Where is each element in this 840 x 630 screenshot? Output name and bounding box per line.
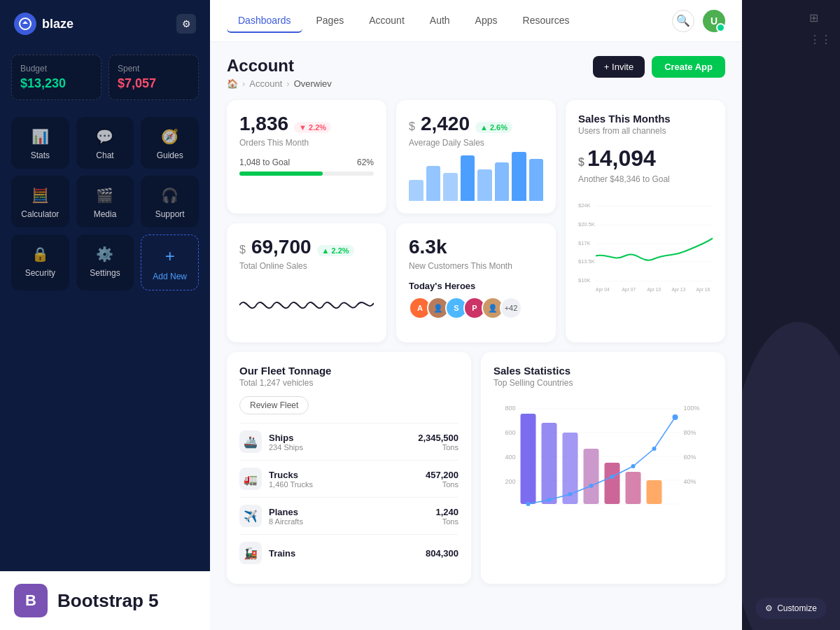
orders-number: 1,836 ▼ 2.2% <box>239 113 374 135</box>
svg-text:Apr 10: Apr 10 <box>648 287 662 293</box>
spent-value: $7,057 <box>118 76 190 91</box>
sidebar-item-guides[interactable]: 🧭 Guides <box>141 117 199 169</box>
online-sales-card: $ 69,700 ▲ 2.2% Total Online Sales <box>227 223 386 342</box>
fleet-count: 1,460 Trucks <box>269 480 313 489</box>
orders-label: Orders This Month <box>239 138 374 148</box>
trucks-icon: 🚛 <box>239 468 262 490</box>
sidebar: blaze ⚙ Budget $13,230 Spent $7,057 📊 St… <box>0 0 210 630</box>
orders-card: 1,836 ▼ 2.2% Orders This Month 1,048 to … <box>227 100 386 214</box>
home-icon: 🏠 <box>227 78 238 89</box>
sidebar-item-chat[interactable]: 💬 Chat <box>76 117 134 169</box>
breadcrumb-account[interactable]: Account <box>249 78 282 89</box>
svg-text:$10K: $10K <box>578 277 591 284</box>
page-header-left: Account 🏠 › Account › Overwiev <box>227 56 332 89</box>
media-icon: 🎬 <box>96 187 113 204</box>
fleet-title: Our Fleet Tonnage <box>239 365 458 377</box>
create-app-button[interactable]: Create App <box>652 56 725 78</box>
svg-point-41 <box>631 464 636 468</box>
trains-icon: 🚂 <box>239 542 262 564</box>
fleet-name: Planes <box>269 507 303 517</box>
svg-text:80%: 80% <box>684 429 696 436</box>
fleet-row: 🚢 Ships 234 Ships 2,345,500 Tons <box>239 423 458 460</box>
fleet-unit: Tons <box>418 443 458 451</box>
sidebar-item-label: Media <box>94 209 117 219</box>
sales-goal-text: Another $48,346 to Goal <box>578 174 713 184</box>
bar <box>426 166 441 201</box>
sidebar-item-calculator[interactable]: 🧮 Calculator <box>11 176 69 227</box>
sales-title: Sales This Months <box>578 113 713 125</box>
fleet-row: 🚛 Trucks 1,460 Trucks 457,200 Tons <box>239 460 458 497</box>
search-button[interactable]: 🔍 <box>672 10 694 32</box>
rp-icon-1[interactable]: ⊞ <box>809 11 832 24</box>
svg-text:Apr 13: Apr 13 <box>672 287 686 293</box>
svg-text:$17K: $17K <box>578 240 591 246</box>
user-avatar[interactable]: U <box>703 10 725 32</box>
mini-bar-chart <box>409 159 543 201</box>
customize-button[interactable]: ⚙ Customize <box>755 598 827 619</box>
svg-rect-30 <box>542 423 557 504</box>
bootstrap-badge: B Bootstrap 5 <box>0 571 210 630</box>
bar <box>512 152 526 201</box>
sidebar-header: blaze ⚙ <box>0 0 210 48</box>
sidebar-item-label: Chat <box>96 150 113 160</box>
nav-link-resources[interactable]: Resources <box>512 9 581 33</box>
fleet-count: 234 Ships <box>269 443 303 451</box>
heroes-label: Today's Heroes <box>409 281 543 291</box>
svg-point-43 <box>673 414 678 420</box>
bootstrap-text: Bootstrap 5 <box>57 590 158 612</box>
fleet-row: ✈️ Planes 8 Aircrafts 1,240 Tons <box>239 497 458 534</box>
fleet-value: 1,240 <box>435 507 458 517</box>
page-actions: + Invite Create App <box>593 56 725 78</box>
add-icon: + <box>165 246 175 266</box>
sidebar-item-add-new[interactable]: + Add New <box>141 234 199 290</box>
daily-sales-badge: ▲ 2.6% <box>475 122 512 133</box>
nav-link-apps[interactable]: Apps <box>464 9 509 33</box>
customize-icon: ⚙ <box>765 603 773 613</box>
sidebar-gear-button[interactable]: ⚙ <box>176 14 196 34</box>
top-nav: Dashboards Pages Account Auth Apps Resou… <box>210 0 742 42</box>
budget-label: Budget <box>20 64 92 74</box>
sidebar-item-label: Add New <box>153 272 187 281</box>
sales-stats-card: Sales Statistics Top Selling Countries 8… <box>481 352 725 584</box>
sidebar-item-media[interactable]: 🎬 Media <box>76 176 134 227</box>
sales-stats-chart: 800 600 400 200 100% 80% 60% 40% <box>493 396 713 522</box>
svg-text:60%: 60% <box>684 454 696 461</box>
nav-link-auth[interactable]: Auth <box>419 9 461 33</box>
content-area: Account 🏠 › Account › Overwiev + Invite … <box>210 42 742 630</box>
heroes-section: Today's Heroes A 👤 S P 👤 +42 <box>409 281 543 319</box>
stats-icon: 📊 <box>31 128 49 145</box>
sidebar-item-stats[interactable]: 📊 Stats <box>11 117 69 169</box>
sidebar-item-label: Support <box>155 209 185 219</box>
bottom-grid: Our Fleet Tonnage Total 1,247 vehicles R… <box>227 352 725 584</box>
rp-icon-2[interactable]: ⋮⋮ <box>809 33 832 46</box>
daily-sales-number: $ 2,420 ▲ 2.6% <box>409 113 543 135</box>
sidebar-item-security[interactable]: 🔒 Security <box>11 234 69 290</box>
sales-month-card: Sales This Months Users from all channel… <box>566 100 725 342</box>
svg-rect-29 <box>521 414 536 504</box>
sidebar-item-settings[interactable]: ⚙️ Settings <box>76 234 134 290</box>
sales-stats-subtitle: Top Selling Countries <box>493 378 713 388</box>
sidebar-item-support[interactable]: 🎧 Support <box>141 176 199 227</box>
budget-card: Budget $13,230 <box>11 55 102 100</box>
fleet-name: Trucks <box>269 470 313 480</box>
svg-text:100%: 100% <box>684 405 700 412</box>
stats-grid: 1,836 ▼ 2.2% Orders This Month 1,048 to … <box>227 100 725 342</box>
settings-icon: ⚙️ <box>96 246 113 262</box>
svg-text:Apr 04: Apr 04 <box>596 287 610 293</box>
bar <box>477 169 492 201</box>
security-icon: 🔒 <box>31 246 49 262</box>
right-panel-icons: ⊞ ⋮⋮ <box>809 11 832 46</box>
sales-big-number: $ 14,094 <box>578 146 713 172</box>
page-title: Account <box>227 56 332 76</box>
nav-link-dashboards[interactable]: Dashboards <box>227 9 302 33</box>
nav-link-account[interactable]: Account <box>358 9 416 33</box>
chat-icon: 💬 <box>96 128 113 145</box>
sales-stats-title: Sales Statistics <box>493 365 713 377</box>
svg-point-39 <box>589 484 594 488</box>
bar <box>461 155 475 201</box>
page-header: Account 🏠 › Account › Overwiev + Invite … <box>227 56 725 89</box>
invite-button[interactable]: + Invite <box>593 56 645 78</box>
nav-link-pages[interactable]: Pages <box>305 9 356 33</box>
fleet-row: 🚂 Trains 804,300 <box>239 534 458 571</box>
review-fleet-button[interactable]: Review Fleet <box>239 396 309 414</box>
